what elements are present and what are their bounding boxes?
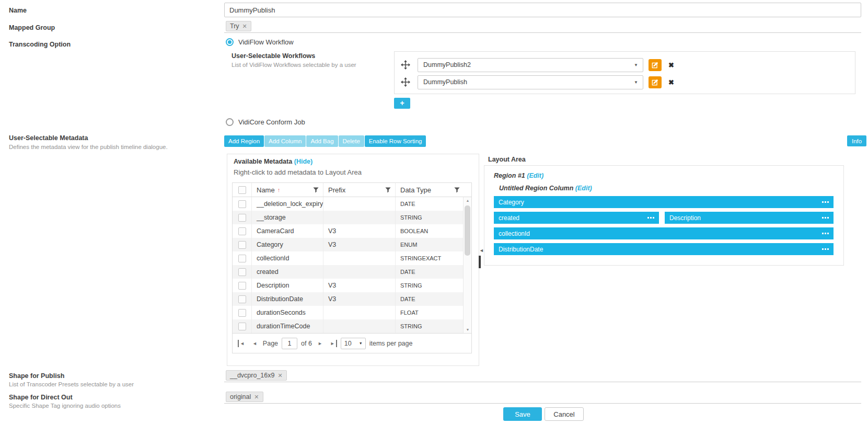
layout-item-bar[interactable]: created bbox=[494, 212, 659, 224]
row-checkbox[interactable] bbox=[238, 214, 246, 222]
row-checkbox[interactable] bbox=[238, 323, 246, 330]
remove-workflow-icon[interactable]: ✖ bbox=[668, 78, 674, 86]
table-row[interactable]: __storage STRING bbox=[233, 211, 471, 224]
cell-datatype: STRING bbox=[395, 319, 464, 333]
table-row[interactable]: Category V3 ENUM bbox=[233, 238, 471, 251]
column-header-datatype[interactable]: Data Type bbox=[395, 183, 464, 197]
remove-workflow-icon[interactable]: ✖ bbox=[668, 61, 674, 69]
drag-handle-icon[interactable] bbox=[647, 217, 654, 219]
cancel-button[interactable]: Cancel bbox=[545, 407, 584, 421]
add-bag-button[interactable]: Add Bag bbox=[306, 135, 338, 147]
region-label: Region #1 (Edit) bbox=[494, 172, 834, 179]
pager-last-button[interactable]: ► bbox=[328, 340, 337, 347]
workflow-list-panel: DummyPublish2 ▼ ✖ DummyPublish ▼ bbox=[394, 51, 855, 94]
edit-workflow-button[interactable] bbox=[649, 59, 662, 71]
delete-button[interactable]: Delete bbox=[339, 135, 364, 147]
move-handle-icon[interactable] bbox=[401, 77, 410, 87]
table-row[interactable]: DistributionDate V3 DATE bbox=[233, 292, 471, 306]
radio-unselected-icon[interactable] bbox=[226, 118, 234, 126]
radio-vidiflow-workflow[interactable]: VidiFlow Workflow bbox=[226, 38, 294, 46]
mapped-group-field[interactable]: Try ✕ bbox=[224, 20, 861, 33]
shape-publish-field[interactable]: __dvcpro_16x9 ✕ bbox=[224, 369, 861, 382]
drag-handle-icon[interactable] bbox=[822, 233, 829, 234]
cell-prefix bbox=[323, 197, 395, 211]
table-row[interactable]: created DATE bbox=[233, 265, 471, 279]
column-header-name[interactable]: Name ↑ bbox=[251, 183, 323, 197]
row-checkbox[interactable] bbox=[238, 282, 246, 290]
grid-header: Name ↑ Prefix Data Type bbox=[233, 183, 471, 197]
add-region-button[interactable]: Add Region bbox=[224, 135, 264, 147]
cell-prefix: V3 bbox=[323, 224, 395, 238]
table-row[interactable]: __deletion_lock_expiry DATE bbox=[233, 197, 471, 211]
table-row[interactable]: durationTimeCode STRING bbox=[233, 319, 471, 333]
layout-item-bar[interactable]: DistributionDate bbox=[494, 243, 834, 255]
edit-workflow-button[interactable] bbox=[649, 76, 662, 88]
filter-icon[interactable] bbox=[454, 187, 460, 193]
workflow-select[interactable]: DummyPublish ▼ bbox=[418, 75, 643, 89]
splitter-handle[interactable] bbox=[479, 256, 481, 268]
hide-link[interactable]: (Hide) bbox=[294, 158, 313, 165]
row-checkbox[interactable] bbox=[238, 241, 246, 249]
filter-icon[interactable] bbox=[385, 187, 391, 193]
publish-settings-form: Name Mapped Group Try ✕ Transcoding Opti… bbox=[0, 0, 868, 424]
select-all-checkbox[interactable] bbox=[238, 186, 246, 194]
cell-name: Category bbox=[251, 238, 323, 251]
radio-vidicore-conform-job[interactable]: VidiCore Conform Job bbox=[226, 118, 305, 126]
scroll-thumb[interactable] bbox=[465, 205, 470, 256]
drag-handle-icon[interactable] bbox=[822, 248, 829, 250]
chevron-down-icon: ▼ bbox=[629, 80, 643, 85]
layout-item-bar[interactable]: Category bbox=[494, 196, 834, 208]
cell-name: created bbox=[251, 265, 323, 279]
page-size-select[interactable]: 10 ▼ bbox=[341, 338, 366, 349]
row-checkbox[interactable] bbox=[238, 295, 246, 303]
metadata-hint: Right-click to add metadata to Layout Ar… bbox=[234, 168, 362, 176]
info-button[interactable]: Info bbox=[847, 135, 866, 146]
table-row[interactable]: collectionId STRINGEXACT bbox=[233, 251, 471, 265]
row-checkbox[interactable] bbox=[238, 309, 246, 317]
table-row[interactable]: durationSeconds FLOAT bbox=[233, 306, 471, 319]
drag-handle-icon[interactable] bbox=[822, 217, 829, 219]
sort-ascending-icon: ↑ bbox=[277, 187, 281, 193]
scroll-down-icon[interactable]: ▼ bbox=[464, 328, 472, 331]
move-handle-icon[interactable] bbox=[401, 60, 410, 70]
row-checkbox[interactable] bbox=[238, 200, 246, 208]
edit-pencil-icon bbox=[652, 61, 659, 68]
tag-remove-icon[interactable]: ✕ bbox=[277, 372, 282, 379]
collapse-arrow-icon[interactable]: ◄ bbox=[479, 248, 484, 253]
layout-item-bar[interactable]: collectionId bbox=[494, 227, 834, 239]
cell-datatype: ENUM bbox=[395, 238, 464, 251]
radio-selected-icon[interactable] bbox=[226, 38, 234, 46]
enable-row-sorting-button[interactable]: Enable Row Sorting bbox=[365, 135, 426, 147]
pager-prev-button[interactable]: ◄ bbox=[250, 340, 259, 347]
tag-remove-icon[interactable]: ✕ bbox=[254, 394, 259, 400]
transcoding-option-label: Transcoding Option bbox=[9, 41, 71, 48]
pager-next-button[interactable]: ► bbox=[316, 340, 325, 347]
shape-directout-description: Specific Shape Tag ignoring audio option… bbox=[9, 403, 121, 409]
filter-icon[interactable] bbox=[313, 187, 319, 193]
workflows-description: List of VidiFlow Workflows selectable by… bbox=[232, 62, 356, 68]
row-checkbox[interactable] bbox=[238, 255, 246, 262]
column-edit-link[interactable]: (Edit) bbox=[575, 185, 592, 192]
scroll-up-icon[interactable]: ▲ bbox=[464, 199, 472, 202]
cell-name: DistributionDate bbox=[251, 292, 323, 306]
save-button[interactable]: Save bbox=[503, 407, 542, 421]
workflow-select[interactable]: DummyPublish2 ▼ bbox=[418, 58, 643, 72]
tag-remove-icon[interactable]: ✕ bbox=[242, 23, 247, 30]
table-row[interactable]: CameraCard V3 BOOLEAN bbox=[233, 224, 471, 238]
table-row[interactable]: Description V3 STRING bbox=[233, 279, 471, 292]
row-checkbox[interactable] bbox=[238, 227, 246, 235]
name-input[interactable] bbox=[224, 3, 861, 17]
column-header-prefix[interactable]: Prefix bbox=[323, 183, 395, 197]
name-label: Name bbox=[9, 7, 27, 14]
cell-name: Description bbox=[251, 279, 323, 292]
drag-handle-icon[interactable] bbox=[822, 201, 829, 203]
shape-directout-field[interactable]: original ✕ bbox=[224, 391, 861, 404]
region-edit-link[interactable]: (Edit) bbox=[527, 172, 543, 179]
layout-item-bar[interactable]: Description bbox=[665, 212, 834, 224]
row-checkbox[interactable] bbox=[238, 268, 246, 276]
add-column-button[interactable]: Add Column bbox=[264, 135, 306, 147]
pager-first-button[interactable]: ◄ bbox=[238, 340, 247, 347]
page-number-input[interactable] bbox=[282, 338, 297, 349]
add-workflow-button[interactable]: + bbox=[394, 98, 410, 109]
grid-scrollbar[interactable]: ▲ ▼ bbox=[463, 197, 471, 333]
